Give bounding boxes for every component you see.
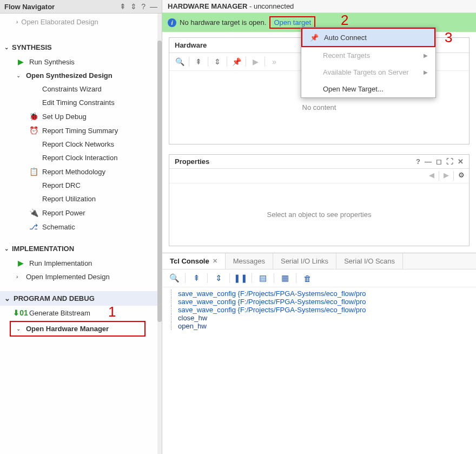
schematic[interactable]: ⎇Schematic — [0, 220, 162, 234]
maximize-icon[interactable]: ◻ — [436, 157, 442, 166]
chevron-down-icon: ⌄ — [4, 246, 9, 252]
play-icon: ▶ — [16, 57, 25, 66]
auto-connect-label: Auto Connect — [324, 34, 367, 42]
help-icon[interactable]: ? — [416, 157, 420, 166]
header-title: HARDWARE MANAGER — [168, 2, 247, 10]
properties-empty: Select an object to see properties — [169, 183, 469, 246]
expand-icon[interactable]: ⇕ — [130, 2, 137, 11]
recent-targets-item: Recent Targets ▶ — [301, 47, 435, 64]
minimize-icon[interactable]: — — [150, 2, 157, 11]
report-methodology[interactable]: 📋Report Methodology — [0, 165, 162, 179]
chevron-right-icon: › — [16, 274, 22, 280]
properties-header: Properties ? — ◻ ⛶ ✕ — [169, 155, 469, 169]
auto-connect-icon: 📌 — [310, 33, 319, 42]
section-title: SYNTHESIS — [12, 43, 52, 51]
run-implementation[interactable]: ▶ Run Implementation — [0, 256, 162, 270]
search-icon[interactable]: 🔍 — [174, 56, 186, 67]
report-power[interactable]: 🔌Report Power — [0, 206, 162, 220]
report-utilization[interactable]: Report Utilization — [0, 192, 162, 206]
scroll-lock-icon[interactable]: ▤ — [256, 273, 269, 284]
report-drc[interactable]: Report DRC — [0, 179, 162, 192]
collapse-icon[interactable]: ⇞ — [193, 56, 204, 67]
restore-icon[interactable]: ⛶ — [446, 157, 453, 166]
open-new-target-item[interactable]: Open New Target... — [301, 81, 435, 97]
main-area: HARDWARE MANAGER - unconnected i No hard… — [162, 0, 476, 454]
recent-targets-label: Recent Targets — [323, 51, 370, 60]
info-bar: i No hardware target is open. Open targe… — [162, 13, 476, 32]
setup-debug[interactable]: 🐞Set Up Debug — [0, 109, 162, 123]
bottom-tabs: Tcl Console ✕ Messages Serial I/O Links … — [162, 253, 476, 332]
help-icon[interactable]: ? — [141, 2, 146, 11]
section-title: PROGRAM AND DEBUG — [14, 294, 95, 302]
section-synthesis[interactable]: ⌄ SYNTHESIS — [0, 40, 162, 55]
annotation-1: 1 — [108, 304, 116, 320]
console-line: save_wave_config {F:/Projects/FPGA-Syste… — [171, 298, 471, 306]
tab-tcl-console[interactable]: Tcl Console ✕ — [162, 253, 226, 269]
play-icon[interactable]: ▶ — [249, 56, 261, 67]
close-tab-icon[interactable]: ✕ — [213, 258, 217, 265]
run-synthesis[interactable]: ▶ Run Synthesis — [0, 55, 162, 69]
submenu-arrow-icon: ▶ — [424, 69, 428, 75]
chevron-right-icon: › — [16, 19, 18, 25]
edit-timing-constraints[interactable]: Edit Timing Constraints — [0, 96, 162, 109]
console-body[interactable]: save_wave_config {F:/Projects/FPGA-Syste… — [162, 287, 476, 332]
sidebar-header: Flow Navigator ⇞ ⇕ ? — — [0, 0, 162, 14]
properties-title: Properties — [175, 157, 209, 166]
collapse-icon[interactable]: ⇞ — [190, 273, 203, 284]
tab-serial-io-links[interactable]: Serial I/O Links — [273, 253, 336, 269]
console-line: open_hw — [171, 322, 471, 330]
report-timing-summary[interactable]: ⏰Report Timing Summary — [0, 123, 162, 137]
available-targets-label: Available Targets on Server — [323, 68, 409, 76]
console-line: save_wave_config {F:/Projects/FPGA-Syste… — [171, 289, 471, 298]
scrollbar-thumb[interactable] — [157, 41, 162, 322]
clear-icon[interactable]: 🗑 — [301, 273, 314, 284]
section-program-debug[interactable]: ⌄ PROGRAM AND DEBUG — [0, 291, 162, 306]
tab-serial-io-scans[interactable]: Serial I/O Scans — [336, 253, 403, 269]
search-icon[interactable]: 🔍 — [168, 273, 181, 284]
open-synthesized-design[interactable]: ⌄ Open Synthesized Design — [0, 69, 162, 82]
back-icon[interactable]: ◀ — [429, 171, 434, 181]
plug-icon: 🔌 — [29, 208, 38, 217]
annotation-2: 2 — [341, 12, 348, 29]
header-suffix: - unconnected — [247, 2, 294, 10]
scrollbar-track[interactable] — [157, 14, 162, 454]
pause-icon[interactable]: ❚❚ — [234, 273, 247, 284]
chevron-down-icon: ⌄ — [16, 326, 22, 332]
properties-panel: Properties ? — ◻ ⛶ ✕ ◀ ▶ ⚙ Select an obj… — [169, 154, 470, 246]
submenu-arrow-icon: ▶ — [424, 52, 428, 58]
expand-icon[interactable]: ⇕ — [212, 273, 225, 284]
open-new-target-label: Open New Target... — [323, 85, 384, 93]
forward-icon[interactable]: ▶ — [444, 171, 449, 181]
nav-body: › Open Elaborated Design ⌄ SYNTHESIS ▶ R… — [0, 14, 162, 454]
close-icon[interactable]: ✕ — [458, 157, 464, 166]
nav-item-elaborated[interactable]: › Open Elaborated Design — [0, 17, 162, 27]
open-hardware-manager[interactable]: ⌄ Open Hardware Manager — [10, 321, 146, 337]
info-text: No hardware target is open. — [180, 18, 266, 27]
chevron-down-icon: ⌄ — [16, 73, 22, 78]
open-target-dropdown: 📌 Auto Connect Recent Targets ▶ Availabl… — [301, 27, 436, 98]
constraints-wizard[interactable]: Constraints Wizard — [0, 82, 162, 96]
collapse-all-icon[interactable]: ⇞ — [120, 2, 126, 11]
generate-bitstream[interactable]: ⬇01 Generate Bitstream 1 — [0, 306, 162, 320]
flow-navigator-sidebar: Flow Navigator ⇞ ⇕ ? — › Open Elaborated… — [0, 0, 162, 454]
clock-icon: ⏰ — [29, 126, 38, 135]
auto-connect-item[interactable]: 📌 Auto Connect — [301, 28, 435, 47]
gear-icon[interactable]: ⚙ — [458, 171, 465, 181]
chevron-down-icon: ⌄ — [4, 294, 10, 302]
report-clock-networks[interactable]: Report Clock Networks — [0, 137, 162, 151]
wrap-icon[interactable]: ▦ — [279, 273, 292, 284]
properties-toolbar: ◀ ▶ ⚙ — [169, 169, 469, 183]
minimize-icon[interactable]: — — [425, 157, 432, 166]
bitstream-icon: ⬇01 — [16, 308, 25, 317]
refresh-icon[interactable]: 📌 — [230, 56, 242, 67]
expand-icon[interactable]: ⇕ — [211, 56, 223, 67]
section-implementation[interactable]: ⌄ IMPLEMENTATION — [0, 241, 162, 256]
tab-messages[interactable]: Messages — [226, 253, 273, 269]
report-clock-interaction[interactable]: Report Clock Interaction — [0, 151, 162, 165]
schematic-icon: ⎇ — [29, 222, 38, 231]
sidebar-title: Flow Navigator — [4, 3, 55, 11]
more-icon[interactable]: » — [268, 56, 280, 67]
available-targets-item: Available Targets on Server ▶ — [301, 64, 435, 81]
open-implemented-design[interactable]: › Open Implemented Design — [0, 270, 162, 284]
section-title: IMPLEMENTATION — [12, 245, 74, 253]
